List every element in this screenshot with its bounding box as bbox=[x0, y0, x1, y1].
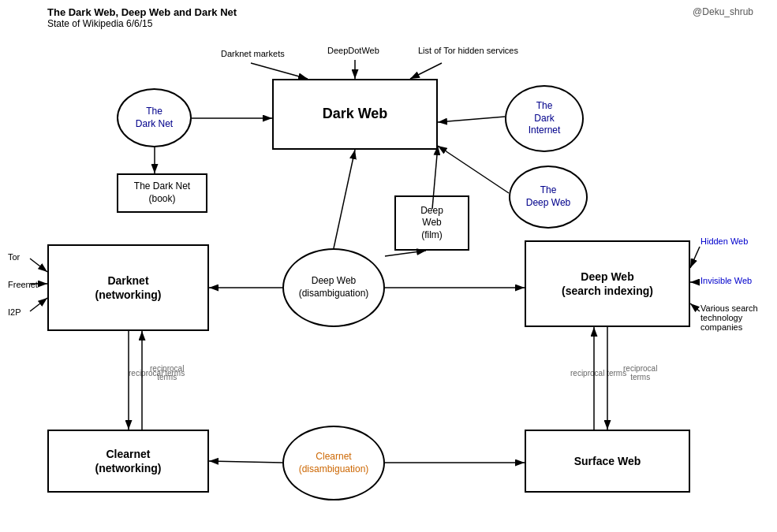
clearnet-disambiguation-node: Clearnet(disambiguation) bbox=[282, 426, 385, 500]
darknet-networking-node: Darknet(networking) bbox=[47, 244, 209, 331]
svg-line-24 bbox=[209, 461, 282, 463]
surface-web-label: Surface Web bbox=[574, 454, 641, 468]
svg-line-14 bbox=[30, 259, 47, 272]
svg-line-11 bbox=[385, 251, 426, 256]
sub-title: State of Wikipedia 6/6/15 bbox=[47, 18, 237, 29]
dark-internet-node: TheDarkInternet bbox=[505, 85, 584, 152]
dark-web-label: Dark Web bbox=[323, 105, 388, 123]
dark-web-node: Dark Web bbox=[272, 79, 438, 150]
deep-web-top-node: TheDeep Web bbox=[509, 166, 588, 229]
hidden-web-label: Hidden Web bbox=[700, 236, 748, 246]
darknet-markets-label: Darknet markets bbox=[221, 49, 285, 58]
invisible-web-label: Invisible Web bbox=[700, 276, 752, 285]
dark-net-circle-node: TheDark Net bbox=[117, 88, 192, 147]
freenet-label: Freenet bbox=[8, 280, 38, 289]
svg-line-19 bbox=[690, 303, 700, 311]
clearnet-disambiguation-label: Clearnet(disambiguation) bbox=[299, 451, 369, 475]
various-search-label: Various searchtechnologycompanies bbox=[700, 303, 768, 332]
deep-web-disambiguation-label: Deep Web(disambiguation) bbox=[299, 275, 369, 299]
deepdotweb-label: DeepDotWeb bbox=[327, 46, 379, 55]
dark-net-book-node: The Dark Net(book) bbox=[117, 173, 207, 213]
reciprocal-right: reciprocalterms bbox=[623, 364, 657, 381]
dark-internet-label: TheDarkInternet bbox=[529, 100, 561, 137]
svg-line-7 bbox=[438, 117, 505, 122]
svg-line-17 bbox=[690, 247, 700, 268]
deep-web-top-label: TheDeep Web bbox=[526, 184, 570, 209]
main-title: The Dark Web, Deep Web and Dark Net bbox=[47, 6, 237, 18]
deep-web-disambiguation-node: Deep Web(disambiguation) bbox=[282, 248, 385, 327]
reciprocal-2-label: reciprocal terms bbox=[570, 369, 626, 378]
clearnet-networking-label: Clearnet(networking) bbox=[95, 447, 162, 475]
deep-web-film-node: DeepWeb(film) bbox=[394, 195, 469, 251]
svg-line-16 bbox=[30, 298, 47, 311]
credit: @Deku_shrub bbox=[693, 6, 753, 17]
svg-line-4 bbox=[410, 63, 442, 79]
deep-web-film-label: DeepWeb(film) bbox=[420, 205, 443, 242]
dark-net-circle-label: TheDark Net bbox=[136, 106, 173, 130]
surface-web-node: Surface Web bbox=[525, 430, 690, 493]
tor-label: Tor bbox=[8, 252, 20, 262]
deep-web-search-node: Deep Web(search indexing) bbox=[525, 240, 690, 327]
i2p-label: I2P bbox=[8, 307, 21, 317]
svg-line-2 bbox=[251, 63, 308, 79]
reciprocal-left: reciprocalterms bbox=[150, 364, 184, 381]
title-area: The Dark Web, Deep Web and Dark Net Stat… bbox=[47, 6, 237, 29]
clearnet-networking-node: Clearnet(networking) bbox=[47, 430, 209, 493]
dark-net-book-label: The Dark Net(book) bbox=[134, 180, 190, 205]
darknet-networking-label: Darknet(networking) bbox=[95, 273, 162, 302]
svg-line-9 bbox=[334, 150, 355, 248]
svg-line-8 bbox=[438, 146, 509, 193]
list-tor-label: List of Tor hidden services bbox=[418, 46, 518, 55]
deep-web-search-label: Deep Web(search indexing) bbox=[562, 270, 653, 298]
